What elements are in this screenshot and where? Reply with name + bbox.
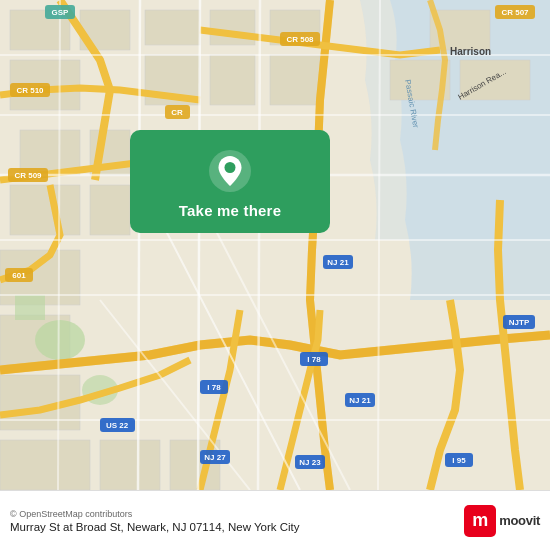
svg-text:NJ 27: NJ 27 (204, 453, 226, 462)
navigation-card: Take me there (130, 130, 330, 233)
map-area: GSP CR 507 CR 508 CR 510 CR 509 CR 601 N… (0, 0, 550, 490)
svg-rect-15 (145, 10, 200, 45)
map-svg: GSP CR 507 CR 508 CR 510 CR 509 CR 601 N… (0, 0, 550, 490)
svg-point-24 (35, 320, 85, 360)
map-attribution: © OpenStreetMap contributors (10, 509, 464, 519)
location-address: Murray St at Broad St, Newark, NJ 07114,… (10, 521, 464, 533)
svg-text:I 95: I 95 (452, 456, 466, 465)
svg-text:601: 601 (12, 271, 26, 280)
svg-text:CR: CR (171, 108, 183, 117)
svg-text:CR 510: CR 510 (16, 86, 44, 95)
svg-text:NJ 23: NJ 23 (299, 458, 321, 467)
svg-rect-13 (100, 440, 160, 490)
svg-rect-20 (270, 55, 320, 105)
svg-text:NJTP: NJTP (509, 318, 530, 327)
svg-point-77 (225, 162, 236, 173)
svg-rect-25 (15, 295, 45, 320)
svg-text:US 22: US 22 (106, 421, 129, 430)
svg-text:CR 508: CR 508 (286, 35, 314, 44)
moovit-logo-text: moovit (499, 513, 540, 528)
svg-text:GSP: GSP (52, 8, 70, 17)
svg-text:CR 509: CR 509 (14, 171, 42, 180)
svg-rect-16 (210, 10, 255, 45)
bottom-info-bar: © OpenStreetMap contributors Murray St a… (0, 490, 550, 550)
svg-text:CR 507: CR 507 (501, 8, 529, 17)
svg-rect-7 (10, 185, 80, 235)
take-me-there-button[interactable]: Take me there (179, 202, 281, 219)
location-pin-icon (207, 148, 253, 194)
svg-rect-8 (90, 185, 130, 235)
svg-text:I 78: I 78 (307, 355, 321, 364)
moovit-logo-icon: m (464, 505, 496, 537)
svg-text:NJ 21: NJ 21 (349, 396, 371, 405)
location-info: © OpenStreetMap contributors Murray St a… (10, 509, 464, 533)
svg-rect-18 (210, 55, 255, 105)
svg-rect-12 (0, 440, 90, 490)
svg-text:Harrison: Harrison (450, 46, 491, 57)
svg-text:NJ 21: NJ 21 (327, 258, 349, 267)
svg-text:I 78: I 78 (207, 383, 221, 392)
moovit-logo: m moovit (464, 505, 540, 537)
